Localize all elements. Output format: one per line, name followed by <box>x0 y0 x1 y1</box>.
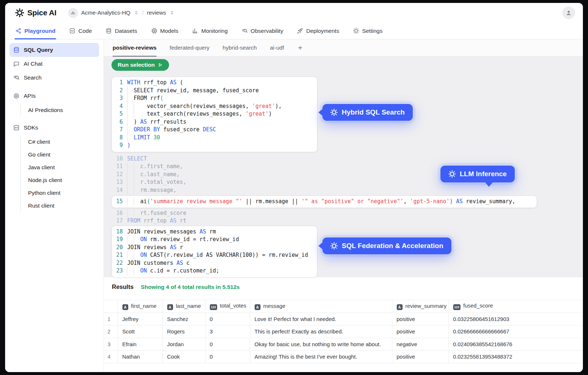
nav-item-label: Playground <box>24 28 55 34</box>
sidebar-item-java-client[interactable]: Java client <box>27 161 99 174</box>
nav-item-label: Datasets <box>115 28 137 34</box>
column-label: fused_score <box>463 302 493 309</box>
org-name[interactable]: Acme-Analytics-HQ <box>81 9 130 16</box>
line-number: 6 <box>112 118 123 126</box>
code-line-1[interactable]: 1WITH rrf_top AS ( <box>112 79 317 87</box>
line-number: 19 <box>112 236 123 244</box>
sidebar-item-ai-chat[interactable]: AI Chat <box>9 57 99 71</box>
sidebar-item-go-client[interactable]: Go client <box>27 148 99 161</box>
code-line-4[interactable]: 4 vector_search(reviews_messages, 'great… <box>112 103 317 111</box>
nav-item-deployments[interactable]: Deployments <box>297 23 339 39</box>
column-label: last_name <box>176 303 201 309</box>
cell-last-name: Rogers <box>162 325 205 338</box>
row-number-cell: 4 <box>104 351 118 363</box>
column-header-first-name: Afirst_name <box>118 300 162 313</box>
indent-guide <box>127 134 134 142</box>
sidebar-item-c-client[interactable]: C# client <box>27 135 99 148</box>
sidebar-item-node-js-client[interactable]: Node.js client <box>27 174 99 186</box>
nav-item-playground[interactable]: Playground <box>15 23 55 39</box>
sidebar-item-rust-client[interactable]: Rust client <box>27 199 99 212</box>
sidebar-item-search[interactable]: Search <box>9 71 99 85</box>
code-line-16[interactable]: 16rt.fused_score <box>112 209 537 217</box>
line-number: 21 <box>112 251 123 259</box>
main-nav: PlaygroundCodeDatasetsModelsMonitoringOb… <box>5 23 583 39</box>
line-number: 1 <box>112 79 123 87</box>
cell-fused-score: 0.02666666666666667 <box>448 325 583 338</box>
new-tab-button[interactable] <box>297 39 303 56</box>
query-tab-ai-udf[interactable]: ai-udf <box>270 39 284 56</box>
code-section-dim[interactable]: 16rt.fused_score17FROM rrf_top AS rt <box>111 209 537 226</box>
cell-first-name: Efrain <box>118 338 162 351</box>
hybrid-sql-search-badge: Hybrid SQL Search <box>322 104 413 121</box>
nav-item-models[interactable]: Models <box>151 23 179 39</box>
sidebar-item-ai-predictions[interactable]: AI Predictions <box>27 104 99 116</box>
code-line-22[interactable]: 22JOIN customers AS c <box>112 259 317 267</box>
indent-guide <box>127 251 134 259</box>
sidebar-item-sdks[interactable]: SDKs <box>9 121 99 135</box>
nav-item-observability[interactable]: Observability <box>242 23 283 39</box>
code-section-pill[interactable]: 15ai('summarize review message "' || rm.… <box>111 196 537 208</box>
run-selection-button[interactable]: Run selection <box>111 59 169 71</box>
code-line-15[interactable]: 15ai('summarize review message "' || rm.… <box>112 198 537 206</box>
code-line-23[interactable]: 23ON c.id = r.customer_id; <box>112 267 317 275</box>
sidebar-item-sql-query[interactable]: SQL Query <box>9 43 99 57</box>
code-line-8[interactable]: 8LIMIT 30 <box>112 134 317 142</box>
spice-ai-logo[interactable]: Spice AI <box>15 8 56 17</box>
column-type-icon: A <box>397 304 403 310</box>
nav-item-code[interactable]: Code <box>69 23 92 39</box>
code-line-20[interactable]: 20JOIN reviews AS r <box>112 244 317 252</box>
sidebar-item-label: Go client <box>28 151 50 158</box>
code-line-9[interactable]: 9) <box>112 142 317 150</box>
user-avatar[interactable] <box>562 7 575 19</box>
code-token: AS <box>140 118 147 126</box>
indent-guide <box>127 163 134 171</box>
code-line-10[interactable]: 10SELECT <box>112 155 537 163</box>
code-line-7[interactable]: 7ORDER BY fused_score DESC <box>112 126 317 134</box>
sidebar-item-label: SQL Query <box>24 47 53 53</box>
code-token: || rm.message || <box>242 198 302 206</box>
indent-guide <box>127 94 134 103</box>
sidebar-item-python-client[interactable]: Python client <box>27 186 99 199</box>
code-line-17[interactable]: 17FROM rrf_top AS rt <box>112 217 537 225</box>
bar-chart-icon <box>70 10 75 15</box>
code-token: 30 <box>153 134 160 142</box>
app-header: Spice AI Acme-Analytics-HQ / reviews <box>5 3 583 23</box>
cell-review-summary: positive <box>392 351 448 363</box>
column-label: message <box>263 303 286 309</box>
cell-first-name: Scott <box>118 325 162 338</box>
code-line-21[interactable]: 21ON CAST(r.review_id AS VARCHAR(100)) =… <box>112 251 317 259</box>
code-token: r.total_votes, <box>140 178 186 186</box>
cell-message: This is perfect! Exactly as described. <box>250 325 392 338</box>
code-section-box[interactable]: 18JOIN reviews_messages AS rm19ON rm.rev… <box>111 226 317 278</box>
sidebar-group-apis: AI Predictions <box>20 104 99 116</box>
run-selection-label: Run selection <box>118 62 155 68</box>
code-line-2[interactable]: 2SELECT review_id, message, fused_score <box>112 87 317 95</box>
nav-item-monitoring[interactable]: Monitoring <box>192 23 227 39</box>
code-token: text_search(reviews_messages, <box>140 110 246 118</box>
nav-item-datasets[interactable]: Datasets <box>106 23 137 39</box>
query-tab-positive-reviews[interactable]: positive-reviews <box>113 39 157 56</box>
indent-guide <box>127 171 134 179</box>
code-line-6[interactable]: 6) AS rrf_results <box>112 118 317 126</box>
code-section-box[interactable]: 1WITH rrf_top AS (2SELECT review_id, mes… <box>111 77 317 152</box>
code-line-19[interactable]: 19ON rm.review_id = rt.review_id <box>112 236 317 244</box>
nav-item-label: Code <box>78 28 92 34</box>
code-token: c.id = r.customer_id; <box>147 267 219 275</box>
indent-guide <box>127 103 134 111</box>
query-tab-hybrid-search[interactable]: hybrid-search <box>223 39 257 56</box>
org-selector-icon[interactable] <box>134 10 139 15</box>
sidebar-item-apis[interactable]: APIs <box>9 89 99 103</box>
code-line-3[interactable]: 3FROM rrf( <box>112 94 317 103</box>
code-line-14[interactable]: 14rm.message, <box>112 186 537 194</box>
database-icon <box>106 28 112 34</box>
cell-total-votes: 0 <box>205 351 250 363</box>
query-tab-federated-query[interactable]: federated-query <box>170 39 209 56</box>
project-selector-icon[interactable] <box>169 10 175 15</box>
project-name[interactable]: reviews <box>147 9 166 16</box>
code-token: review_summary, <box>463 198 516 206</box>
code-line-5[interactable]: 5 text_search(reviews_messages, 'great') <box>112 110 317 118</box>
nav-item-settings[interactable]: Settings <box>353 23 383 39</box>
indent-guide <box>127 198 134 206</box>
code-line-18[interactable]: 18JOIN reviews_messages AS rm <box>112 228 317 236</box>
cell-review-summary: positive <box>392 325 448 338</box>
